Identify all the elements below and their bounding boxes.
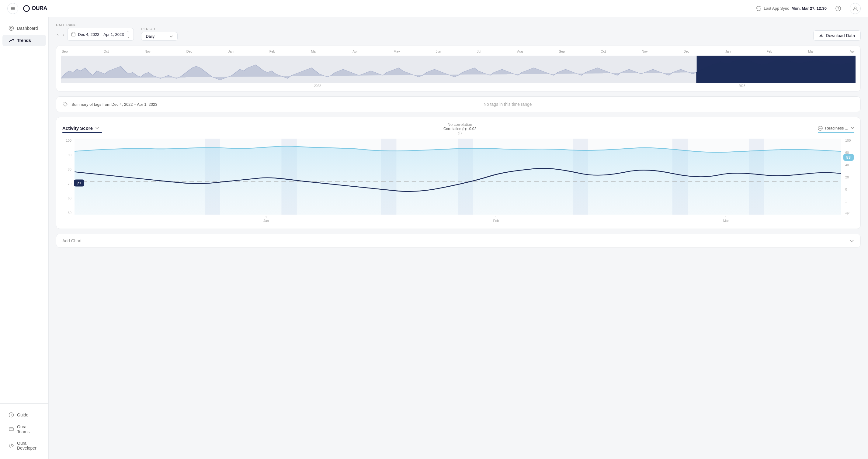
info-icon: ⓘ: [443, 131, 476, 136]
svg-rect-13: [71, 33, 75, 36]
download-icon: [819, 33, 823, 38]
top-bar: OURA Last App Sync Mon, Mar 27, 12:30 ?: [0, 0, 868, 17]
period-select[interactable]: Daily: [141, 32, 178, 41]
svg-point-19: [64, 103, 64, 103]
download-label: Download Data: [826, 33, 855, 38]
main-chart-area: 100 90 80 70 60 50 100 60 40 20 0 1: [62, 139, 854, 224]
main-content: Date range ‹ › Dec 4, 2022 – Apr 1, 2023: [49, 17, 868, 459]
right-value-badge: 83: [843, 154, 854, 161]
teams-icon: [8, 426, 14, 432]
chart-right-header: Readiness ...: [818, 126, 854, 133]
date-next-button[interactable]: ›: [62, 31, 66, 38]
calendar-icon: [71, 32, 75, 36]
year-2022-label: 2022: [314, 84, 321, 88]
tags-title: Summary of tags from Dec 4, 2022 – Apr 1…: [71, 102, 158, 107]
period-chevron-icon: [169, 35, 173, 38]
controls-row: Date range ‹ › Dec 4, 2022 – Apr 1, 2023: [56, 23, 861, 41]
no-correlation-label: No correlation: [443, 122, 476, 127]
sidebar-item-oura-teams[interactable]: Oura Teams: [2, 421, 46, 437]
x-label-jan: 1 Jan: [228, 215, 304, 223]
add-chart-chevron-icon[interactable]: [849, 238, 854, 243]
sidebar-dashboard-label: Dashboard: [17, 26, 38, 31]
y-axis-left: 100 90 80 70 60 50: [62, 139, 73, 215]
date-range-chevron: ⌃⌄: [127, 30, 130, 39]
svg-point-6: [9, 26, 14, 31]
x-label-feb: 1 Feb: [458, 215, 534, 223]
svg-point-7: [10, 27, 12, 29]
period-group: Period Daily: [141, 27, 178, 41]
chart-left-header: Activity Score: [62, 126, 102, 133]
overview-year-labels: 2022 2023: [61, 84, 856, 88]
chart-center-info: No correlation Correlation (r): -0.02 ⓘ: [443, 122, 476, 136]
date-range-label: Date range: [56, 23, 134, 27]
chart-title-chevron-icon[interactable]: [95, 126, 99, 130]
x-axis: 1 Jan 1 Feb 1 Mar: [74, 215, 841, 224]
sync-info: Last App Sync Mon, Mar 27, 12:30: [756, 6, 827, 11]
chart-title-right: Readiness ...: [818, 126, 854, 131]
add-chart-row: Add Chart: [56, 234, 861, 248]
chart-header: Activity Score No correlation Correlatio…: [62, 122, 854, 136]
top-bar-left: OURA: [7, 3, 47, 14]
correlation-value: Correlation (r): -0.02: [443, 127, 476, 131]
sidebar-item-guide[interactable]: i Guide: [2, 409, 46, 421]
y-axis-right: 100 60 40 20 0 1 Apr: [843, 139, 854, 215]
sidebar-item-oura-developer[interactable]: Oura Developer: [2, 438, 46, 454]
chart-body: [74, 139, 841, 215]
logo: OURA: [23, 5, 47, 12]
user-button[interactable]: [850, 3, 861, 14]
overview-chart: [61, 56, 856, 83]
x-label-mar: 1 Mar: [688, 215, 764, 223]
tag-icon: [62, 101, 68, 107]
chart-title-left: Activity Score: [62, 126, 102, 131]
svg-text:?: ?: [837, 7, 839, 10]
add-chart-label: Add Chart: [62, 238, 82, 243]
sidebar-bottom: i Guide Oura Teams: [0, 403, 49, 454]
tags-summary: Summary of tags from Dec 4, 2022 – Apr 1…: [56, 96, 861, 112]
chart-title-underline: [62, 132, 102, 133]
svg-line-12: [11, 444, 12, 448]
left-value-badge: 77: [74, 179, 84, 186]
chart-section: Activity Score No correlation Correlatio…: [56, 117, 861, 229]
sidebar: Dashboard Trends i Guide: [0, 17, 49, 459]
date-range-value: Dec 4, 2022 – Apr 1, 2023: [78, 32, 124, 37]
guide-icon: i: [8, 412, 14, 418]
help-button[interactable]: ?: [833, 3, 844, 14]
overview-chart-svg: [61, 56, 856, 83]
sidebar-guide-label: Guide: [17, 413, 28, 417]
sidebar-developer-label: Oura Developer: [17, 441, 40, 451]
sync-time: Mon, Mar 27, 12:30: [792, 6, 827, 11]
dashboard-icon: [8, 26, 14, 31]
main-chart-svg: [74, 139, 841, 215]
overview-chart-container: Sep Oct Nov Dec Jan Feb Mar Apr May Jun …: [56, 45, 861, 92]
developer-icon: [8, 443, 14, 448]
year-2023-label: 2023: [738, 84, 745, 88]
svg-text:i: i: [11, 413, 11, 417]
logo-text: OURA: [32, 5, 47, 11]
trends-icon: [8, 38, 14, 43]
date-prev-button[interactable]: ‹: [56, 31, 60, 38]
sidebar-teams-label: Oura Teams: [17, 424, 40, 434]
readiness-label: Readiness ...: [825, 126, 848, 130]
no-tags-message: No tags in this time range: [484, 102, 532, 107]
sidebar-nav: Dashboard Trends: [0, 22, 49, 403]
sync-label: Last App Sync: [764, 6, 789, 11]
menu-button[interactable]: [7, 3, 18, 14]
date-range-group: Date range ‹ › Dec 4, 2022 – Apr 1, 2023: [56, 23, 134, 41]
sync-icon: [756, 6, 761, 11]
sidebar-trends-label: Trends: [17, 38, 31, 43]
period-label: Period: [141, 27, 178, 31]
download-button[interactable]: Download Data: [813, 30, 861, 41]
svg-rect-10: [9, 428, 13, 431]
logo-ring: [23, 5, 30, 12]
readiness-chevron-icon[interactable]: [851, 127, 854, 130]
sidebar-item-trends[interactable]: Trends: [2, 35, 46, 46]
readiness-underline: [818, 132, 854, 133]
sidebar-item-dashboard[interactable]: Dashboard: [2, 23, 46, 34]
minus-circle-icon[interactable]: [818, 126, 823, 131]
date-range-selector[interactable]: Dec 4, 2022 – Apr 1, 2023 ⌃⌄: [67, 28, 134, 41]
top-bar-right: Last App Sync Mon, Mar 27, 12:30 ?: [756, 3, 861, 14]
chart-left-title: Activity Score: [62, 126, 93, 131]
overview-months: Sep Oct Nov Dec Jan Feb Mar Apr May Jun …: [61, 50, 856, 53]
period-value: Daily: [146, 34, 155, 39]
